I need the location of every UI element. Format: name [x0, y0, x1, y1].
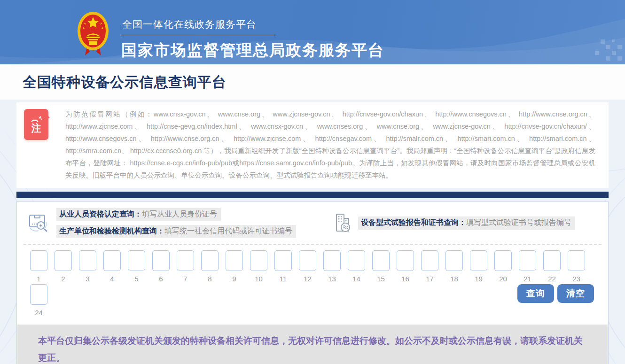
code-box-number: 21 — [523, 275, 531, 283]
code-char-input-19[interactable] — [470, 250, 487, 271]
code-box-number: 8 — [208, 275, 211, 283]
code-box-number: 22 — [548, 275, 556, 283]
code-box-number: 16 — [401, 275, 409, 283]
code-box-number: 2 — [61, 275, 65, 283]
code-char-input-21[interactable] — [519, 250, 536, 271]
code-box-cell: 6 — [152, 250, 170, 283]
code-char-input-16[interactable] — [397, 250, 414, 271]
code-box-cell: 9 — [226, 250, 243, 283]
code-box-number: 7 — [183, 275, 187, 283]
code-box-cell: 5 — [128, 250, 145, 283]
clear-button[interactable]: 清空 — [557, 284, 594, 303]
code-char-input-23[interactable] — [568, 250, 585, 271]
disclaimer-text: 本平台仅归集公示各级发证机关颁发的特种设备相关许可信息，无权对许可信息进行修改。… — [38, 333, 587, 364]
code-char-input-20[interactable] — [494, 250, 512, 271]
code-char-input-18[interactable] — [445, 250, 463, 271]
code-box-cell: 21 — [519, 250, 536, 283]
code-box-cell: 1 — [30, 250, 47, 283]
code-char-input-4[interactable] — [103, 250, 121, 271]
code-char-input-3[interactable] — [79, 250, 96, 271]
alert-face-icon — [31, 116, 42, 122]
document-search-icon — [28, 213, 50, 233]
code-char-input-1[interactable] — [30, 250, 47, 271]
code-box-number: 18 — [450, 275, 458, 283]
code-box-cell: 13 — [323, 250, 341, 283]
search-button[interactable]: 查询 — [517, 284, 554, 303]
code-char-input-13[interactable] — [323, 250, 341, 271]
code-char-input-6[interactable] — [152, 250, 170, 271]
code-box-number: 11 — [280, 275, 287, 283]
device-query-group: 设备型式试验报告和证书查询：填写型式试验证书号或报告编号 — [332, 213, 575, 233]
company-query-label: 生产单位和检验检测机构查询： — [59, 227, 164, 235]
code-box-number: 14 — [352, 275, 360, 283]
code-box-cell: 23 — [568, 250, 585, 283]
code-box-cell: 11 — [274, 250, 292, 283]
code-char-input-8[interactable] — [201, 250, 219, 271]
code-box-number: 13 — [328, 275, 336, 283]
code-box-cell: 17 — [421, 250, 438, 283]
code-box-cell: 22 — [543, 250, 561, 283]
code-box-number: 20 — [499, 275, 507, 283]
code-box-number: 1 — [37, 275, 40, 283]
code-box-cell: 14 — [348, 250, 365, 283]
code-box-cell: 16 — [397, 250, 414, 283]
notice-badge: 注 — [24, 109, 48, 140]
company-query-line: 生产单位和检验检测机构查询：填写统一社会信用代码或许可证书编号 — [56, 225, 296, 238]
notice-text: 为防范假冒网站（例如：www.cnsx-gov.cn、 www.cnse.org… — [65, 108, 602, 181]
code-char-input-14[interactable] — [348, 250, 365, 271]
code-box-number: 19 — [475, 275, 483, 283]
code-input-area: 1234567891011121314151617181920212223 24… — [17, 245, 608, 318]
code-box-number: 10 — [255, 275, 263, 283]
code-char-input-15[interactable] — [372, 250, 390, 271]
code-box-cell: 7 — [177, 250, 194, 283]
code-box-cell: 3 — [79, 250, 96, 283]
site-title: 国家市场监督管理总局政务服务平台 — [121, 40, 384, 61]
person-query-line: 从业人员资格认定查询：填写从业人员身份证号 — [56, 208, 221, 221]
device-query-line: 设备型式试验报告和证书查询：填写型式试验证书号或报告编号 — [358, 217, 575, 230]
code-box-number: 9 — [232, 275, 236, 283]
anti-fake-notice-card: 注 为防范假冒网站（例如：www.cnsx-gov.cn、 www.cnse.o… — [16, 102, 609, 188]
code-char-input-7[interactable] — [177, 250, 194, 271]
notice-badge-label: 注 — [31, 123, 41, 133]
platform-label: 全国一体化在线政务服务平台 — [121, 18, 275, 35]
person-query-label: 从业人员资格认定查询： — [59, 210, 142, 218]
code-box-number: 12 — [304, 275, 312, 283]
code-box-cell: 20 — [494, 250, 512, 283]
code-char-input-17[interactable] — [421, 250, 438, 271]
code-char-input-10[interactable] — [250, 250, 267, 271]
code-box-number: 23 — [572, 275, 580, 283]
code-box-number: 15 — [377, 275, 385, 283]
navy-divider-bar — [16, 192, 609, 198]
code-char-input-2[interactable] — [55, 250, 72, 271]
code-char-input-24[interactable] — [30, 284, 47, 305]
device-query-hint: 填写型式试验证书号或报告编号 — [466, 218, 571, 226]
national-emblem — [77, 10, 109, 57]
code-box-number: 6 — [159, 275, 163, 283]
code-char-input-5[interactable] — [128, 250, 145, 271]
code-box-number: 5 — [134, 275, 138, 283]
code-box-cell: 15 — [372, 250, 390, 283]
building-icon — [332, 213, 352, 233]
site-header: 全国一体化在线政务服务平台 国家市场监督管理总局政务服务平台 — [0, 0, 625, 64]
code-box-row-1: 1234567891011121314151617181920212223 — [30, 250, 595, 283]
code-box-number: 3 — [86, 275, 89, 283]
company-query-hint: 填写统一社会信用代码或许可证书编号 — [164, 227, 292, 235]
code-box-cell: 8 — [201, 250, 219, 283]
page-title: 全国特种设备公示信息查询平台 — [23, 73, 625, 92]
code-char-input-12[interactable] — [299, 250, 316, 271]
code-char-input-22[interactable] — [543, 250, 561, 271]
person-company-query-group: 从业人员资格认定查询：填写从业人员身份证号 生产单位和检验检测机构查询：填写统一… — [28, 208, 296, 238]
code-box-cell: 12 — [299, 250, 316, 283]
code-char-input-11[interactable] — [274, 250, 292, 271]
panel-footer: 本平台仅归集公示各级发证机关颁发的特种设备相关许可信息，无权对许可信息进行修改。… — [17, 325, 608, 364]
code-box-cell: 19 — [470, 250, 487, 283]
code-box-cell: 24 — [30, 284, 47, 317]
person-query-hint: 填写从业人员身份证号 — [142, 210, 217, 218]
code-box-cell: 18 — [445, 250, 463, 283]
code-box-number: 4 — [110, 275, 114, 283]
code-char-input-9[interactable] — [226, 250, 243, 271]
code-box-cell: 2 — [55, 250, 72, 283]
code-box-number: 24 — [35, 309, 43, 317]
code-box-cell: 4 — [103, 250, 121, 283]
code-box-row-2: 24 — [30, 284, 55, 317]
